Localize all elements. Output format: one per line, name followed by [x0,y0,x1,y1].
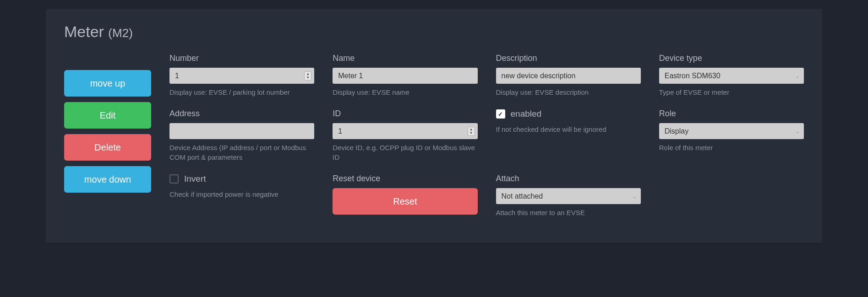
field-number: Number ▲▼ Display use: EVSE / parking lo… [169,54,314,97]
action-sidebar: move up Edit Delete move down [64,54,151,217]
title-sub: (M2) [108,26,132,40]
device-type-hint: Type of EVSE or meter [659,87,804,97]
id-label: ID [333,109,477,119]
address-hint: Device Address (IP address / port or Mod… [169,143,314,162]
delete-button[interactable]: Delete [64,134,151,161]
page-title: Meter (M2) [64,23,804,41]
role-label: Role [659,109,804,119]
number-stepper-icon[interactable]: ▲▼ [304,71,311,81]
form-grid: Number ▲▼ Display use: EVSE / parking lo… [169,54,804,217]
number-label: Number [169,54,314,63]
number-hint: Display use: EVSE / parking lot number [169,87,314,97]
name-hint: Display use: EVSE name [333,87,477,97]
description-label: Description [496,54,641,63]
meter-config-panel: Meter (M2) move up Edit Delete move down… [46,9,822,243]
field-name: Name Display use: EVSE name [333,54,477,97]
description-hint: Display use: EVSE description [496,87,641,97]
reset-label: Reset device [333,174,477,184]
id-stepper-icon[interactable]: ▲▼ [468,127,475,136]
device-type-select[interactable]: Eastron SDM630 [659,68,804,84]
reset-button[interactable]: Reset [333,188,477,215]
role-hint: Role of this meter [659,143,804,152]
enabled-hint: If not checked device will be ignored [496,124,641,134]
field-id: ID ▲▼ Device ID, e.g. OCPP plug ID or Mo… [333,109,477,162]
description-input[interactable] [496,68,641,84]
field-attach: Attach Not attached ⌄ Attach this meter … [496,174,641,217]
attach-select[interactable]: Not attached [496,188,641,204]
role-select[interactable]: Display [659,123,804,139]
invert-label: Invert [184,174,206,184]
number-input[interactable] [169,68,314,84]
field-reset: Reset device Reset [333,174,477,217]
move-down-button[interactable]: move down [64,166,151,193]
address-label: Address [169,109,314,119]
attach-label: Attach [496,174,641,184]
edit-button[interactable]: Edit [64,102,151,129]
move-up-button[interactable]: move up [64,70,151,97]
id-hint: Device ID, e.g. OCPP plug ID or Modbus s… [333,143,477,162]
id-input[interactable] [333,123,477,139]
field-device-type: Device type Eastron SDM630 ⌄ Type of EVS… [659,54,804,97]
address-input[interactable] [169,123,314,139]
empty-cell [659,174,804,217]
enabled-checkbox[interactable]: ✓ [496,109,505,119]
enabled-label: enabled [511,109,542,119]
field-description: Description Display use: EVSE descriptio… [496,54,641,97]
name-label: Name [333,54,477,63]
title-main: Meter [64,23,108,40]
device-type-label: Device type [659,54,804,63]
invert-hint: Check if imported power is negative [169,189,314,199]
field-enabled: ✓ enabled If not checked device will be … [496,109,641,162]
attach-hint: Attach this meter to an EVSE [496,208,641,217]
field-address: Address Device Address (IP address / por… [169,109,314,162]
name-input[interactable] [333,68,477,84]
field-invert: Invert Check if imported power is negati… [169,174,314,217]
invert-checkbox[interactable] [169,174,179,184]
field-role: Role Display ⌄ Role of this meter [659,109,804,162]
